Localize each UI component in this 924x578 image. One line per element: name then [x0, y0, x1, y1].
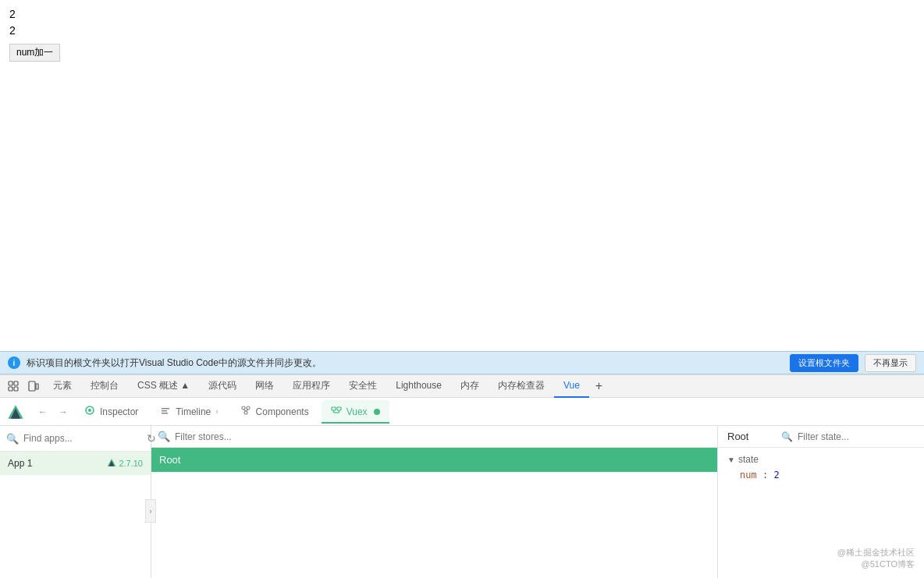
panel-collapse-btn[interactable]: ›: [145, 499, 156, 523]
svg-point-13: [242, 406, 245, 410]
state-section-label: ▼ state: [727, 454, 915, 465]
svg-rect-4: [29, 381, 35, 391]
state-search-input[interactable]: [798, 431, 915, 442]
page-line-2: 2: [9, 23, 915, 39]
state-section-arrow: ▼: [727, 456, 735, 464]
tab-memory[interactable]: 内存: [451, 374, 489, 398]
svg-rect-2: [9, 387, 12, 391]
apps-panel: 🔍 ↻ App 1 2.7.10: [0, 426, 151, 578]
state-header-title: Root: [727, 431, 748, 442]
svg-rect-11: [162, 410, 167, 412]
tab-elements[interactable]: 元素: [44, 374, 81, 398]
stores-panel: 🔍 Root: [151, 426, 718, 578]
info-icon: i: [8, 356, 20, 369]
tab-security[interactable]: 安全性: [339, 374, 386, 398]
svg-rect-5: [36, 384, 38, 389]
subtab-timeline-label: Timeline: [176, 406, 211, 417]
back-button[interactable]: ←: [34, 403, 52, 420]
svg-line-17: [246, 410, 248, 411]
svg-point-15: [244, 411, 247, 414]
add-tab-button[interactable]: +: [589, 376, 609, 396]
vue-logo: [6, 402, 25, 421]
info-bar-text: 标识项目的根文件夹以打开Visual Studio Code中的源文件并同步更改…: [27, 356, 784, 370]
tab-application[interactable]: 应用程序: [283, 374, 339, 398]
state-prop-colon: :: [762, 470, 768, 480]
set-root-folder-button[interactable]: 设置根文件夹: [790, 354, 858, 372]
stores-search-icon: 🔍: [158, 431, 170, 442]
timeline-chevron: ›: [215, 407, 218, 416]
stores-search-input[interactable]: [175, 431, 711, 442]
timeline-icon: [160, 405, 171, 418]
vuex-icon: [331, 405, 342, 418]
state-content: ▼ state num : 2: [718, 448, 924, 488]
dismiss-button[interactable]: 不再显示: [865, 354, 916, 372]
svg-rect-18: [332, 407, 336, 410]
svg-rect-0: [9, 381, 12, 385]
vue-subtabs: ← → Inspector Timeline ›: [0, 398, 924, 426]
tab-console[interactable]: 控制台: [81, 374, 128, 398]
subtab-vuex-label: Vuex: [346, 406, 368, 417]
tab-memory-inspector-label: 内存检查器: [498, 379, 545, 392]
state-property-num: num : 2: [727, 468, 915, 482]
inspect-element-btn[interactable]: [3, 376, 23, 396]
subtab-timeline[interactable]: Timeline ›: [151, 400, 227, 423]
svg-point-14: [247, 406, 250, 410]
watermark: @稀土掘金技术社区 @51CTO博客: [837, 547, 915, 570]
tab-network[interactable]: 网络: [246, 374, 283, 398]
state-section-name: state: [738, 454, 759, 465]
tab-network-label: 网络: [255, 379, 274, 392]
tab-lighthouse[interactable]: Lighthouse: [386, 374, 451, 398]
tab-application-label: 应用程序: [293, 379, 330, 392]
watermark-line2: @51CTO博客: [837, 558, 915, 570]
subtab-inspector-label: Inspector: [100, 406, 138, 417]
svg-rect-1: [14, 381, 18, 385]
tab-memory-inspector[interactable]: 内存检查器: [489, 374, 554, 398]
tab-elements-label: 元素: [53, 379, 72, 392]
tab-lighthouse-label: Lighthouse: [396, 380, 442, 391]
components-icon: [240, 405, 251, 418]
tab-vue-label: Vue: [563, 380, 580, 391]
num-add-button[interactable]: num加一: [9, 44, 60, 62]
tab-sources[interactable]: 源代码: [199, 374, 246, 398]
apps-search-input[interactable]: [23, 433, 140, 444]
store-item-root-label: Root: [159, 454, 180, 466]
tab-sources-label: 源代码: [208, 379, 236, 392]
svg-rect-3: [14, 387, 18, 391]
subtab-vuex[interactable]: Vuex: [322, 400, 389, 423]
state-prop-key: num: [740, 470, 757, 480]
state-prop-value: 2: [773, 470, 779, 480]
app-item-version: 2.7.10: [107, 458, 143, 469]
subtab-components[interactable]: Components: [231, 400, 318, 423]
svg-rect-19: [337, 407, 341, 410]
page-line-1: 2: [9, 6, 915, 23]
state-search-icon: 🔍: [781, 431, 793, 442]
vuex-active-indicator: [374, 409, 380, 415]
apps-search: 🔍 ↻: [0, 426, 151, 452]
state-header: Root 🔍: [718, 426, 924, 448]
tab-security-label: 安全性: [349, 379, 377, 392]
device-toolbar-btn[interactable]: [23, 376, 44, 396]
tab-css-overview-label: CSS 概述 ▲: [137, 379, 190, 392]
inspector-icon: [84, 405, 95, 418]
subtab-inspector[interactable]: Inspector: [75, 400, 147, 423]
info-bar: i 标识项目的根文件夹以打开Visual Studio Code中的源文件并同步…: [0, 351, 924, 374]
tab-console-label: 控制台: [91, 379, 119, 392]
app-item[interactable]: App 1 2.7.10: [0, 452, 151, 475]
watermark-line1: @稀土掘金技术社区: [837, 547, 915, 558]
vue-version-icon: [107, 458, 116, 469]
store-item-root[interactable]: Root: [151, 448, 717, 472]
subtab-components-label: Components: [256, 406, 309, 417]
vue-devtools-panel: ← → Inspector Timeline ›: [0, 398, 924, 578]
state-header-search: 🔍: [781, 431, 915, 442]
main-content: 2 2 num加一: [0, 0, 924, 351]
devtools-tabs-bar: 元素 控制台 CSS 概述 ▲ 源代码 网络 应用程序 安全性 Lighthou…: [0, 374, 924, 398]
svg-point-9: [88, 409, 91, 412]
forward-button[interactable]: →: [55, 403, 72, 420]
svg-rect-12: [162, 413, 168, 414]
tab-memory-label: 内存: [460, 379, 479, 392]
tab-vue[interactable]: Vue: [554, 374, 589, 398]
svg-rect-10: [162, 408, 169, 410]
stores-search: 🔍: [151, 426, 717, 448]
tab-css-overview[interactable]: CSS 概述 ▲: [128, 374, 199, 398]
vue-content: 🔍 ↻ App 1 2.7.10: [0, 426, 924, 578]
